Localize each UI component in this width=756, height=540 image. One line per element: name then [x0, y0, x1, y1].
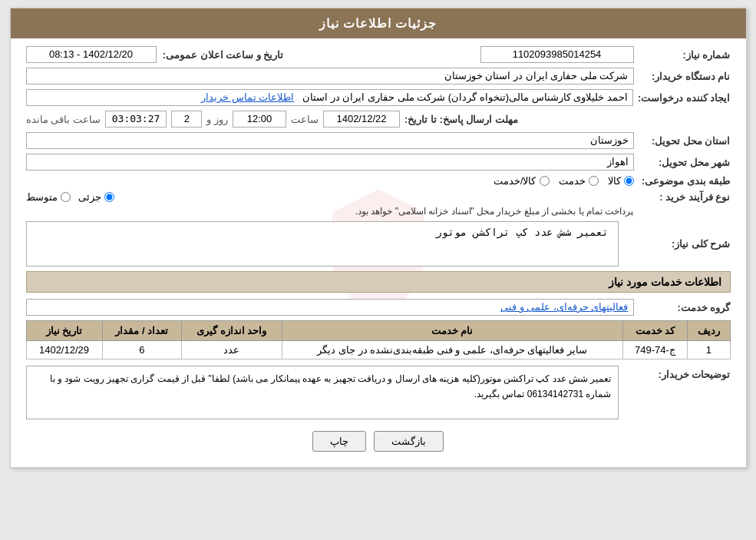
province-row: استان محل تحویل: خوزستان	[26, 132, 731, 149]
category-row: طبقه بندی موضوعی: کالا/خدمت خدمت کالا	[26, 175, 731, 187]
announcement-label: تاریخ و ساعت اعلان عمومی:	[161, 49, 284, 61]
cell-qty: 6	[102, 341, 182, 359]
city-row: شهر محل تحویل: اهواز	[26, 154, 731, 171]
category-options: کالا/خدمت خدمت کالا	[494, 175, 634, 187]
print-button[interactable]: چاپ	[312, 431, 366, 452]
need-number-field: 1102093985014254	[480, 46, 634, 63]
page-title: جزئیات اطلاعات نیاز	[11, 8, 746, 38]
table-header-code: کد خدمت	[622, 321, 687, 341]
need-summary-row: شرح کلی نیاز: تعمیر شش عدد کپ تراکشن موت…	[26, 221, 731, 267]
buyer-notes-row: توضیحات خریدار: تعمیر شش عدد کپ تراکشن م…	[26, 366, 731, 419]
announcement-field: 1402/12/20 - 08:13	[26, 46, 157, 63]
province-field: خوزستان	[26, 132, 634, 149]
deadline-row: مهلت ارسال پاسخ: تا تاریخ: 1402/12/22 سا…	[26, 111, 731, 128]
service-group-row: گروه خدمت: فعالیتهای حرفه‌ای، علمی و فنی	[26, 299, 731, 316]
buyer-org-label: نام دستگاه خریدار:	[639, 71, 731, 82]
buyer-org-field: شرکت ملی حفاری ایران در استان خوزستان	[26, 68, 634, 84]
response-time-label: ساعت	[291, 114, 319, 125]
need-number-label: شماره نیاز:	[639, 49, 731, 61]
cell-date: 1402/12/29	[26, 341, 102, 359]
creator-link[interactable]: اطلاعات تماس خریدار	[201, 91, 294, 103]
remaining-label: ساعت باقی مانده	[26, 114, 101, 125]
category-option-kala-khedmat[interactable]: کالا/خدمت	[494, 175, 550, 187]
response-days-field: 2	[171, 111, 202, 128]
table-header-qty: تعداد / مقدار	[102, 321, 182, 341]
response-date-field: 1402/12/22	[323, 111, 400, 128]
cell-unit: عدد	[182, 341, 282, 359]
back-button[interactable]: بازگشت	[374, 431, 444, 452]
process-label: نوع فرآیند خرید :	[639, 191, 731, 203]
need-summary-field: تعمیر شش عدد کپ تراکشن موتور	[26, 221, 619, 267]
services-section-label: اطلاعات خدمات مورد نیاز	[609, 276, 722, 288]
table-header-name: نام خدمت	[282, 321, 622, 341]
buyer-notes-label: توضیحات خریدار:	[623, 366, 731, 380]
buyer-notes-field: تعمیر شش عدد کپ تراکشن موتور(کلیه هزینه …	[26, 366, 619, 419]
service-group-label: گروه خدمت:	[639, 302, 731, 313]
cell-rownum: 1	[688, 341, 730, 359]
process-options: متوسط جزئی	[26, 191, 634, 203]
creator-field: احمد خلیلاوی کارشناس مالی(تنخواه گردان) …	[26, 89, 633, 106]
service-group-link[interactable]: فعالیتهای حرفه‌ای، علمی و فنی	[500, 301, 628, 313]
action-buttons: بازگشت چاپ	[26, 431, 731, 452]
service-group-field: فعالیتهای حرفه‌ای، علمی و فنی	[26, 299, 634, 316]
buyer-org-row: نام دستگاه خریدار: شرکت ملی حفاری ایران …	[26, 68, 731, 84]
category-option-kala[interactable]: کالا	[608, 175, 634, 187]
table-header-unit: واحد اندازه گیری	[182, 321, 282, 341]
page-title-text: جزئیات اطلاعات نیاز	[319, 17, 437, 30]
page-container: جزئیات اطلاعات نیاز شماره نیاز: 11020939…	[10, 8, 747, 468]
process-note: پرداخت تمام یا بخشی از مبلغ خریدار محل "…	[26, 206, 634, 217]
services-table: ردیف کد خدمت نام خدمت واحد اندازه گیری ت…	[26, 320, 731, 359]
creator-label: ایجاد کننده درخواست:	[638, 92, 731, 104]
city-label: شهر محل تحویل:	[639, 157, 731, 168]
creator-row: ایجاد کننده درخواست: احمد خلیلاوی کارشنا…	[26, 89, 731, 106]
process-option-motavaset[interactable]: متوسط	[26, 191, 71, 203]
cell-code: ج-74-749	[622, 341, 687, 359]
city-field: اهواز	[26, 154, 634, 171]
table-header-rownum: ردیف	[688, 321, 730, 341]
need-number-row: شماره نیاز: 1102093985014254 تاریخ و ساع…	[26, 46, 731, 63]
response-days-label: روز و	[206, 114, 228, 125]
cell-name: سایر فعالیتهای حرفه‌ای، علمی و فنی طبقه‌…	[282, 341, 622, 359]
creator-value: احمد خلیلاوی کارشناس مالی(تنخواه گردان) …	[302, 91, 628, 103]
category-option-khedmat[interactable]: خدمت	[559, 175, 599, 187]
deadline-label: مهلت ارسال پاسخ: تا تاریخ:	[404, 114, 518, 125]
services-section-header: اطلاعات خدمات مورد نیاز	[26, 271, 731, 293]
response-time-field: 12:00	[233, 111, 286, 128]
timer-field: 03:03:27	[105, 111, 167, 128]
table-row: 1 ج-74-749 سایر فعالیتهای حرفه‌ای، علمی …	[26, 341, 730, 359]
need-summary-textarea[interactable]: تعمیر شش عدد کپ تراکشن موتور	[31, 224, 613, 262]
process-row: نوع فرآیند خرید : متوسط جزئی پرداخت تمام…	[26, 191, 731, 217]
process-option-jozii[interactable]: جزئی	[78, 191, 114, 203]
buyer-notes-value: تعمیر شش عدد کپ تراکشن موتور(کلیه هزینه …	[50, 373, 612, 399]
category-label: طبقه بندی موضوعی:	[639, 175, 731, 187]
table-header-date: تاریخ نیاز	[26, 321, 102, 341]
need-summary-label: شرح کلی نیاز:	[623, 238, 731, 250]
province-label: استان محل تحویل:	[639, 135, 731, 147]
